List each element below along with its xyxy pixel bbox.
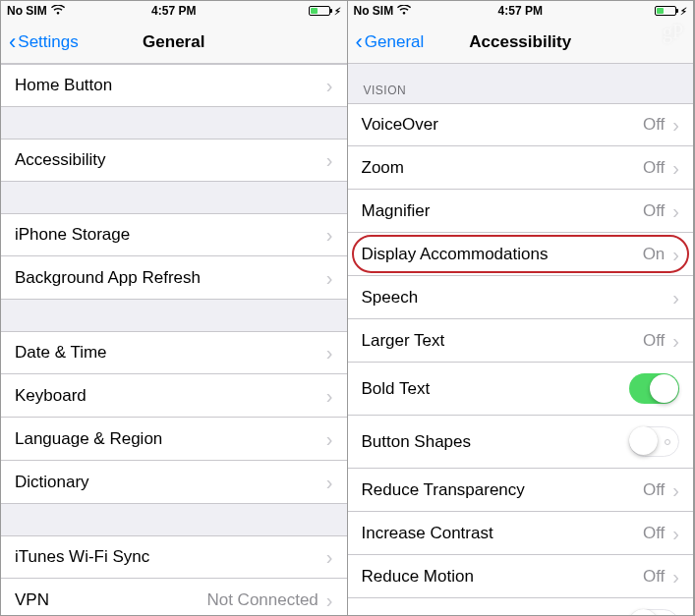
row-label: Keyboard [15,386,322,406]
chevron-right-icon: › [672,480,679,500]
chevron-right-icon: › [672,115,679,135]
row-label: Display Accommodations [362,245,643,264]
row-label: Magnifier [362,201,643,221]
accessibility-row[interactable]: Speech› [348,276,694,319]
accessibility-row[interactable]: Increase ContrastOff› [348,512,694,555]
watermark: gP [663,21,683,43]
row-label: Home Button [15,76,322,95]
row-label: Background App Refresh [15,268,322,288]
row-label: Speech [362,288,669,308]
accessibility-row[interactable]: Reduce MotionOff› [348,555,694,598]
settings-row[interactable]: Language & Region› [1,418,347,461]
row-label: VoiceOver [362,115,643,135]
chevron-left-icon: ‹ [9,31,16,53]
group-spacer [1,107,347,139]
accessibility-row[interactable]: Button Shapes [348,416,694,469]
accessibility-row[interactable]: ZoomOff› [348,146,694,190]
chevron-right-icon: › [672,331,679,351]
carrier-label: No SIM [7,4,47,18]
accessibility-row[interactable]: Bold Text [348,363,694,416]
accessibility-row[interactable]: Reduce TransparencyOff› [348,469,694,512]
accessibility-row[interactable]: VoiceOverOff› [348,103,694,146]
row-label: VPN [15,590,206,610]
status-bar: No SIM 4:57 PM ⚡︎ [348,1,694,21]
group-spacer [1,504,347,535]
toggle-switch[interactable] [629,609,679,615]
settings-row[interactable]: Dictionary› [1,461,347,504]
chevron-right-icon: › [672,201,679,221]
row-label: On/Off Labels [362,615,630,616]
row-label: Date & Time [15,343,322,363]
row-label: Accessibility [15,150,322,170]
carrier-label: No SIM [354,4,394,18]
row-value: Off [643,524,665,543]
row-value: Off [643,158,665,178]
nav-bar: ‹ General Accessibility gP [348,21,694,64]
chevron-right-icon: › [326,547,333,567]
section-header-vision: VISION [348,64,694,103]
chevron-right-icon: › [326,386,333,406]
chevron-right-icon: › [326,473,333,492]
row-label: iPhone Storage [15,225,322,245]
status-bar: No SIM 4:57 PM ⚡︎ [1,1,347,21]
row-value: Off [643,115,665,135]
chevron-right-icon: › [672,158,679,178]
back-button[interactable]: ‹ Settings [9,31,79,53]
back-button[interactable]: ‹ General [356,31,425,53]
row-label: Zoom [362,158,643,178]
settings-row[interactable]: Accessibility› [1,139,347,182]
chevron-right-icon: › [672,288,679,308]
row-label: iTunes Wi-Fi Sync [15,547,322,567]
wifi-icon [397,4,411,18]
battery-icon [655,6,676,16]
settings-row[interactable]: Home Button› [1,64,347,107]
back-label: General [365,32,424,52]
row-label: Language & Region [15,429,322,449]
accessibility-list: VISION VoiceOverOff›ZoomOff›MagnifierOff… [348,64,694,615]
row-label: Increase Contrast [362,524,643,543]
settings-row[interactable]: iPhone Storage› [1,213,347,256]
chevron-right-icon: › [326,429,333,449]
back-label: Settings [18,32,78,52]
row-label: Larger Text [362,331,643,351]
settings-row[interactable]: Background App Refresh› [1,256,347,300]
settings-row[interactable]: iTunes Wi-Fi Sync› [1,535,347,579]
accessibility-row[interactable]: Larger TextOff› [348,319,694,363]
settings-row[interactable]: Date & Time› [1,331,347,374]
row-value: On [643,245,666,264]
row-label: Dictionary [15,473,322,492]
general-settings-pane: No SIM 4:57 PM ⚡︎ ‹ Settings General Hom… [1,1,348,615]
toggle-switch[interactable] [629,426,679,457]
row-value: Not Connected [206,590,318,610]
general-list: Home Button›Accessibility›iPhone Storage… [1,64,347,615]
toggle-switch[interactable] [629,373,679,404]
chevron-right-icon: › [326,150,333,170]
row-label: Reduce Motion [362,567,643,587]
chevron-right-icon: › [326,225,333,245]
accessibility-row[interactable]: Display AccommodationsOn› [348,233,694,276]
group-spacer [1,182,347,213]
row-value: Off [643,331,665,351]
chevron-left-icon: ‹ [356,31,363,53]
charging-icon: ⚡︎ [680,6,687,17]
accessibility-pane: No SIM 4:57 PM ⚡︎ ‹ General Accessibilit… [348,1,695,615]
chevron-right-icon: › [326,590,333,610]
row-value: Off [643,567,665,587]
chevron-right-icon: › [326,343,333,363]
row-label: Bold Text [362,379,630,399]
accessibility-row[interactable]: On/Off Labels [348,598,694,615]
chevron-right-icon: › [672,524,679,543]
settings-row[interactable]: VPNNot Connected› [1,579,347,615]
settings-row[interactable]: Keyboard› [1,374,347,418]
chevron-right-icon: › [326,76,333,95]
group-spacer [1,300,347,331]
row-label: Reduce Transparency [362,480,643,500]
row-value: Off [643,480,665,500]
battery-icon [309,6,330,16]
chevron-right-icon: › [672,245,679,264]
wifi-icon [51,4,65,18]
row-value: Off [643,201,665,221]
accessibility-row[interactable]: MagnifierOff› [348,190,694,233]
charging-icon: ⚡︎ [334,6,341,17]
chevron-right-icon: › [326,268,333,288]
